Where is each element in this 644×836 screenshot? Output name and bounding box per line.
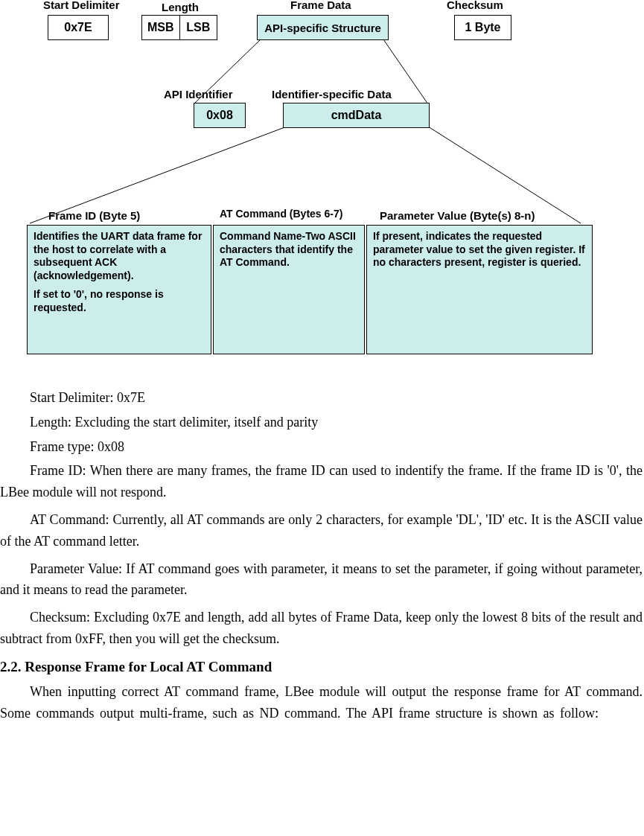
at-command-box: Command Name-Two ASCII characters that i… xyxy=(213,225,365,354)
at-command-label: AT Command (Bytes 6-7) xyxy=(220,208,342,220)
body-text: Start Delimiter: 0x7E Length: Excluding … xyxy=(0,387,644,727)
def-frame-type: Frame type: 0x08 xyxy=(0,436,644,461)
length-label: Length xyxy=(162,1,199,13)
def-parameter-value: Parameter Value: If AT command goes with… xyxy=(0,558,644,604)
api-identifier-label: API Identifier xyxy=(164,88,233,100)
identifier-data-label: Identifier-specific Data xyxy=(272,88,392,100)
section-para-text: When inputting correct AT command frame,… xyxy=(0,684,643,721)
length-box: MSB LSB xyxy=(141,15,217,40)
api-identifier-box: 0x08 xyxy=(194,103,246,128)
frame-id-note: If set to '0', no response is requested. xyxy=(34,288,205,314)
frame-id-box: Identifies the UART data frame for the h… xyxy=(27,225,211,354)
checksum-box: 1 Byte xyxy=(454,15,511,40)
section-heading: 2.2. Response Frame for Local AT Command xyxy=(0,656,644,678)
identifier-data-box: cmdData xyxy=(283,103,430,128)
frame-data-box: API-specific Structure xyxy=(257,15,389,40)
frame-data-label: Frame Data xyxy=(290,0,351,11)
def-at-command: AT Command: Currently, all AT commands a… xyxy=(0,509,644,555)
def-start-delimiter: Start Delimiter: 0x7E xyxy=(0,387,644,412)
def-parameter-value-text: Parameter Value: If AT command goes with… xyxy=(0,561,643,598)
at-command-desc: Command Name-Two ASCII characters that i… xyxy=(220,230,358,269)
parameter-value-label: Parameter Value (Byte(s) 8-n) xyxy=(380,209,535,222)
frame-structure-diagram: Start Delimiter Length Frame Data Checks… xyxy=(15,0,596,365)
def-frame-id-text: Frame ID: When there are many frames, th… xyxy=(0,463,643,500)
section-para: When inputting correct AT command frame,… xyxy=(0,681,644,724)
def-checksum-text: Checksum: Excluding 0x7E and length, add… xyxy=(0,610,643,646)
length-lsb: LSB xyxy=(180,16,217,39)
parameter-value-box: If present, indicates the requested para… xyxy=(366,225,593,354)
frame-id-desc: Identifies the UART data frame for the h… xyxy=(34,230,205,282)
def-frame-id: Frame ID: When there are many frames, th… xyxy=(0,460,644,506)
start-delimiter-label: Start Delimiter xyxy=(43,0,120,11)
length-msb: MSB xyxy=(142,16,180,39)
def-at-command-text: AT Command: Currently, all AT commands a… xyxy=(0,512,643,549)
frame-id-label: Frame ID (Byte 5) xyxy=(48,209,140,222)
parameter-value-desc: If present, indicates the requested para… xyxy=(373,230,586,269)
def-checksum: Checksum: Excluding 0x7E and length, add… xyxy=(0,607,644,653)
checksum-label: Checksum xyxy=(447,0,503,11)
def-length: Length: Excluding the start delimiter, i… xyxy=(0,412,644,436)
start-delimiter-box: 0x7E xyxy=(48,15,109,40)
